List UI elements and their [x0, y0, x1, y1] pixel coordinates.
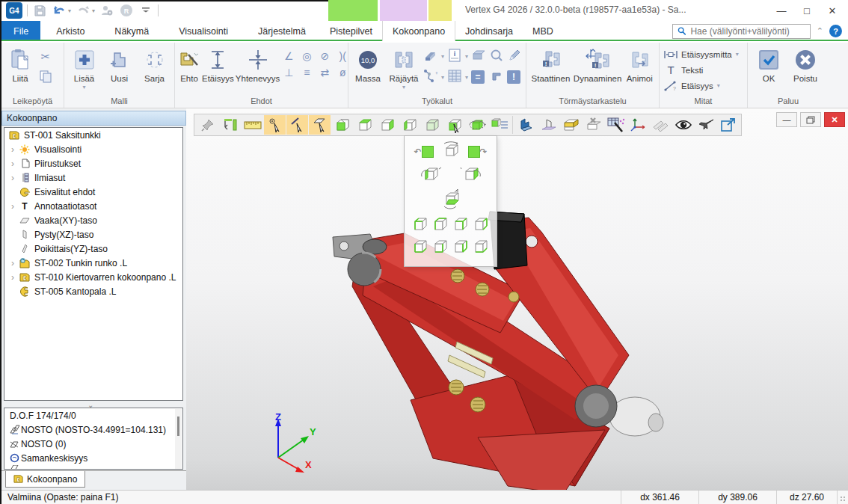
- etaisyys-button[interactable]: Etäisyys: [202, 44, 234, 83]
- rajayta-button[interactable]: Räjäytä ▾: [386, 44, 422, 90]
- tree-item[interactable]: › T Annotaatiotasot: [4, 199, 182, 213]
- tree-item-root[interactable]: ST-001 Saksitunkki: [4, 128, 182, 142]
- tab-jarjestelma[interactable]: Järjestelmä: [248, 21, 316, 41]
- dropdown-icon[interactable]: ▾: [441, 53, 444, 60]
- doc-restore-button[interactable]: [800, 112, 821, 127]
- user-settings-icon[interactable]: [99, 3, 114, 18]
- tree-item[interactable]: Vaaka(XY)-taso: [4, 213, 182, 227]
- view-orbit-icon[interactable]: [466, 115, 488, 135]
- view-isometric-icon[interactable]: [421, 115, 443, 135]
- angle-constraint-icon[interactable]: ∠: [281, 50, 296, 62]
- zoom-check-icon[interactable]: [489, 49, 504, 64]
- teksti-button[interactable]: T Teksti: [664, 62, 739, 78]
- help-icon[interactable]: ?: [829, 25, 842, 37]
- tab-kokoonpano-bottom[interactable]: Kokoonpano: [5, 471, 85, 488]
- tangent-constraint-icon[interactable]: ⊘: [317, 50, 332, 62]
- orbit-left-view-icon[interactable]: [420, 165, 442, 186]
- lisaa-button[interactable]: Lisää ▾: [67, 44, 101, 90]
- measure-pencils-icon[interactable]: [650, 115, 672, 135]
- expander-icon[interactable]: ›: [7, 201, 18, 212]
- remove-section-icon[interactable]: [583, 115, 604, 135]
- view-left-icon[interactable]: [399, 115, 420, 135]
- tree-panel-header[interactable]: Kokoonpano: [1, 111, 186, 126]
- corner-view-icon[interactable]: [472, 238, 490, 258]
- corner-view-icon[interactable]: [411, 238, 429, 258]
- select-edge-icon[interactable]: [286, 115, 308, 135]
- customize-toolbar-icon[interactable]: [138, 3, 153, 18]
- dof-scrollbar[interactable]: [175, 409, 182, 469]
- etaisyys-mitta-button[interactable]: ? Etäisyys▾: [664, 78, 739, 93]
- equal-tool-icon[interactable]: =: [471, 70, 486, 84]
- resize-grip[interactable]: [838, 491, 848, 504]
- tab-visualisointi[interactable]: Visualisointi: [169, 21, 238, 41]
- pipe-tool-icon[interactable]: [489, 70, 504, 84]
- rotate-ccw-view-icon[interactable]: ↶: [414, 146, 433, 158]
- etaisyysmitta-button[interactable]: Etäisyysmitta▾: [664, 46, 739, 62]
- dropdown-icon[interactable]: ▾: [465, 53, 468, 60]
- tab-johdinsarja[interactable]: Johdinsarja: [455, 21, 523, 41]
- measure-ruler-icon[interactable]: [242, 115, 263, 135]
- orbit-up-view-icon[interactable]: [440, 188, 462, 213]
- section-box-icon[interactable]: [560, 115, 582, 135]
- tree-item[interactable]: › Ilmiasut: [4, 170, 182, 185]
- tab-kokoonpano-active[interactable]: Kokoonpano: [382, 21, 455, 41]
- dropdown-icon[interactable]: ▾: [465, 74, 468, 81]
- dof-item[interactable]: NOSTO (NOSTO-34.4991=104.131): [4, 422, 182, 437]
- sarja-button[interactable]: Sarja: [138, 44, 171, 83]
- dof-item-clipped[interactable]: [4, 465, 182, 470]
- corner-view-icon[interactable]: [431, 215, 449, 236]
- tab-nakyma[interactable]: Näkymä: [105, 21, 159, 41]
- visibility-eye-icon[interactable]: [672, 115, 694, 135]
- corner-view-icon[interactable]: [472, 215, 490, 236]
- table-wand-icon[interactable]: [605, 115, 627, 135]
- ehto-button[interactable]: Ehto: [178, 44, 200, 83]
- minimize-button[interactable]: —: [769, 0, 794, 21]
- select-point-icon[interactable]: [264, 115, 286, 135]
- spin-top-view-icon[interactable]: [441, 141, 461, 162]
- close-button[interactable]: ✕: [820, 0, 845, 21]
- dof-item[interactable]: NOSTO (0): [4, 437, 182, 451]
- select-face-icon[interactable]: [309, 115, 331, 135]
- tree-item[interactable]: Poikittais(YZ)-taso: [4, 242, 182, 256]
- triad-icon[interactable]: [627, 115, 649, 135]
- table-tool-icon[interactable]: [447, 70, 462, 84]
- expander-icon[interactable]: ›: [7, 159, 18, 169]
- view-right-icon[interactable]: [376, 115, 398, 135]
- animoi-button[interactable]: Animoi: [623, 44, 656, 83]
- redo-dropdown-icon[interactable]: ▾: [92, 7, 95, 14]
- tab-mbd[interactable]: MBD: [523, 21, 563, 41]
- perpendicular-constraint-icon[interactable]: ⊥: [281, 67, 296, 79]
- paste-button[interactable]: Liitä: [4, 44, 36, 83]
- parallel-constraint-icon[interactable]: ≡: [299, 67, 314, 79]
- save-icon[interactable]: [32, 3, 47, 18]
- rotate-cw-view-icon[interactable]: ↷: [468, 146, 488, 158]
- collapse-ribbon-icon[interactable]: ⌃: [817, 26, 823, 36]
- corner-view-icon[interactable]: [411, 215, 429, 236]
- undo-dropdown-icon[interactable]: ▾: [68, 7, 71, 14]
- orient-view-icon[interactable]: [219, 115, 241, 135]
- search-input[interactable]: [690, 26, 805, 37]
- expander-icon[interactable]: ›: [7, 272, 18, 283]
- view-front-icon[interactable]: [331, 115, 353, 135]
- warning-tool-icon[interactable]: !: [507, 70, 522, 84]
- edit-pencil-icon[interactable]: [507, 49, 522, 64]
- tree-item[interactable]: › ST-002 Tunkin runko .L: [4, 256, 182, 270]
- opposed-constraint-icon[interactable]: ⇄: [317, 67, 332, 79]
- staattinen-button[interactable]: ! Staattinen: [529, 44, 572, 83]
- maximize-button[interactable]: □: [794, 0, 820, 21]
- expander-icon[interactable]: ›: [7, 173, 18, 183]
- view-select-icon[interactable]: [443, 115, 465, 135]
- doc-minimize-button[interactable]: —: [776, 112, 797, 127]
- dynaaminen-button[interactable]: ! Dynaaminen: [574, 44, 622, 83]
- tree-item[interactable]: › ST-010 Kiertovarren kokoonpano .L: [4, 270, 182, 284]
- expander-icon[interactable]: ›: [7, 144, 18, 155]
- tab-pistepilvet[interactable]: Pistepilvet: [320, 21, 382, 41]
- tree-item[interactable]: › Piirustukset: [4, 156, 182, 170]
- yhtenevyys-button[interactable]: Yhtenevyys: [236, 44, 280, 83]
- info-tool-icon[interactable]: i: [447, 49, 462, 64]
- work-plane-icon[interactable]: [538, 115, 559, 135]
- export-view-icon[interactable]: [717, 115, 739, 135]
- dof-item[interactable]: Samankeskisyys: [4, 451, 182, 465]
- view-top-icon[interactable]: [354, 115, 375, 135]
- massa-button[interactable]: 10,0 Massa: [351, 44, 384, 83]
